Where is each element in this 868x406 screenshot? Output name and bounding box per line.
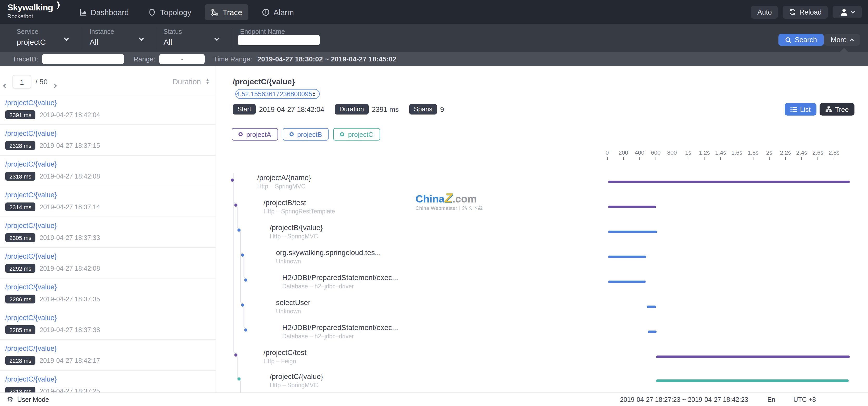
trace-start-time: 2019-04-27 18:37:35	[39, 295, 100, 303]
tree-view-button[interactable]: Tree	[819, 103, 855, 116]
tab-dashboard[interactable]: Dashboard	[73, 4, 135, 20]
trace-list-item[interactable]: /projectC/{value} 2286 ms 2019-04-27 18:…	[0, 279, 216, 309]
tab-topology[interactable]: Topology	[143, 4, 197, 20]
duration-badge: 2328 ms	[5, 141, 35, 150]
search-button[interactable]: Search	[778, 34, 824, 46]
span-name[interactable]: /projectB/{value}	[270, 223, 323, 231]
tab-alarm[interactable]: Alarm	[256, 4, 300, 20]
axis-tick: 1.8s	[745, 149, 761, 161]
span-name[interactable]: /projectA/{name}	[257, 173, 311, 182]
status-select[interactable]: Status All	[163, 28, 182, 46]
service-legend: projectA projectB projectC	[232, 128, 380, 140]
legend-projectA[interactable]: projectA	[232, 128, 278, 140]
divider	[157, 29, 157, 49]
user-menu-button[interactable]	[833, 6, 862, 18]
gear-icon[interactable]: ⚙	[7, 395, 13, 403]
time-range-value: 2019-04-27 18:30:02 ~ 2019-04-27 18:45:0…	[257, 55, 397, 63]
page-number-input[interactable]: 1	[12, 75, 31, 89]
span-bar[interactable]	[609, 230, 657, 233]
span-node[interactable]	[244, 329, 247, 332]
span-node[interactable]	[244, 279, 247, 282]
span-bar[interactable]	[656, 355, 850, 358]
trace-list-item[interactable]: /projectC/{value} 2305 ms 2019-04-27 18:…	[0, 217, 216, 248]
span-bar[interactable]	[648, 330, 657, 333]
status-value: All	[163, 37, 182, 46]
trace-endpoint-link[interactable]: /projectC/{value}	[5, 375, 57, 383]
duration-value: 2391 ms	[372, 105, 399, 113]
auto-button[interactable]: Auto	[751, 5, 778, 19]
trace-list-item[interactable]: /projectC/{value} 2391 ms 2019-04-27 18:…	[0, 94, 216, 125]
trace-endpoint-link[interactable]: /projectC/{value}	[5, 130, 57, 137]
trace-endpoint-link[interactable]: /projectC/{value}	[5, 314, 57, 322]
reload-button[interactable]: Reload	[783, 5, 828, 19]
span-name[interactable]: /projectC/{value}	[270, 372, 323, 380]
span-bar[interactable]	[609, 280, 646, 283]
spans-value: 9	[440, 105, 444, 113]
trace-list-item[interactable]: /projectC/{value} 2314 ms 2019-04-27 18:…	[0, 186, 216, 217]
service-chevron-icon[interactable]	[64, 36, 69, 41]
timezone-label[interactable]: UTC +8	[793, 396, 816, 403]
sort-arrows-icon[interactable]: ▲▼	[206, 77, 209, 85]
span-bar[interactable]	[656, 379, 849, 382]
instance-chevron-icon[interactable]	[139, 36, 144, 41]
span-name[interactable]: /projectC/test	[264, 348, 306, 356]
trace-endpoint-link[interactable]: /projectC/{value}	[5, 283, 57, 291]
span-bar[interactable]	[609, 205, 656, 208]
span-node[interactable]	[241, 304, 244, 307]
endpoint-name-input[interactable]	[238, 35, 320, 45]
span-name[interactable]: /projectB/test	[264, 198, 306, 207]
legend-projectB[interactable]: projectB	[282, 128, 329, 140]
trace-info-row: Start 2019-04-27 18:42:04 Duration 2391 …	[233, 104, 452, 115]
span-bar[interactable]	[646, 305, 656, 308]
span-node[interactable]	[238, 228, 241, 231]
trace-list-item[interactable]: /projectC/{value} 2328 ms 2019-04-27 18:…	[0, 125, 216, 156]
legend-projectC-label: projectC	[348, 130, 373, 138]
legend-projectC[interactable]: projectC	[334, 128, 380, 140]
span-layer: Http – SpringMVC	[270, 233, 318, 240]
trace-endpoint-link[interactable]: /projectC/{value}	[5, 160, 57, 168]
trace-start-time: 2019-04-27 18:42:17	[39, 357, 100, 364]
trace-list-item[interactable]: /projectC/{value} 2318 ms 2019-04-27 18:…	[0, 156, 216, 186]
span-name[interactable]: H2/JDBI/PreparedStatement/exec...	[282, 273, 398, 282]
logo[interactable]: Skywalking Rocketbot	[7, 3, 60, 19]
endpoint-field: Endpoint Name	[240, 28, 285, 35]
trace-endpoint-link[interactable]: /projectC/{value}	[5, 345, 57, 352]
span-node[interactable]	[241, 253, 244, 257]
more-button[interactable]: More	[824, 34, 860, 46]
service-select[interactable]: Service projectC	[17, 28, 46, 46]
trace-start-time: 2019-04-27 18:42:08	[39, 173, 100, 180]
axis-tick: 1.6s	[729, 149, 745, 161]
span-node[interactable]	[234, 353, 237, 356]
span-bar[interactable]	[609, 255, 646, 258]
span-name[interactable]: org.skywalking.springcloud.tes...	[276, 248, 381, 257]
trace-endpoint-link[interactable]: /projectC/{value}	[5, 99, 57, 107]
timeline-axis: 0 200 400 600 800 1s 1.2s 1.4s 1.6s 1.8s…	[599, 149, 860, 161]
span-node[interactable]	[234, 204, 237, 207]
span-bar[interactable]	[609, 180, 850, 183]
trace-list-item[interactable]: /projectC/{value} 2285 ms 2019-04-27 18:…	[0, 309, 216, 340]
trace-endpoint-link[interactable]: /projectC/{value}	[5, 252, 57, 260]
trace-endpoint-link[interactable]: /projectC/{value}	[5, 191, 57, 199]
footer-bar: ⚙ User Mode 2019-04-27 18:27:23 ~ 2019-0…	[0, 393, 868, 406]
tab-trace[interactable]: Trace	[205, 4, 249, 20]
status-chevron-icon[interactable]	[214, 36, 219, 41]
range-input[interactable]	[160, 54, 205, 64]
trace-endpoint-link[interactable]: /projectC/{value}	[5, 222, 57, 229]
span-node[interactable]	[231, 179, 234, 182]
trace-list-item[interactable]: /projectC/{value} 2292 ms 2019-04-27 18:…	[0, 248, 216, 279]
traceid-input[interactable]	[42, 54, 124, 64]
prev-page-button[interactable]	[4, 80, 7, 90]
next-page-button[interactable]	[53, 80, 56, 90]
axis-tick: 1.4s	[713, 149, 729, 161]
trace-id-select[interactable]: 4.52.15563617236800095 ▲▼	[235, 89, 320, 99]
span-name[interactable]: H2/JDBI/PreparedStatement/exec...	[282, 323, 398, 332]
footer-time-range[interactable]: 2019-04-27 18:27:23 ~ 2019-04-27 18:42:2…	[620, 396, 748, 403]
instance-select[interactable]: Instance All	[90, 28, 114, 46]
span-node[interactable]	[238, 377, 241, 380]
span-name[interactable]: selectUser	[276, 298, 310, 307]
language-toggle[interactable]: En	[767, 396, 775, 403]
user-mode-label[interactable]: User Mode	[17, 396, 49, 403]
trace-list-item[interactable]: /projectC/{value} 2228 ms 2019-04-27 18:…	[0, 340, 216, 371]
list-view-button[interactable]: List	[784, 103, 816, 116]
start-tag: Start	[233, 104, 256, 115]
